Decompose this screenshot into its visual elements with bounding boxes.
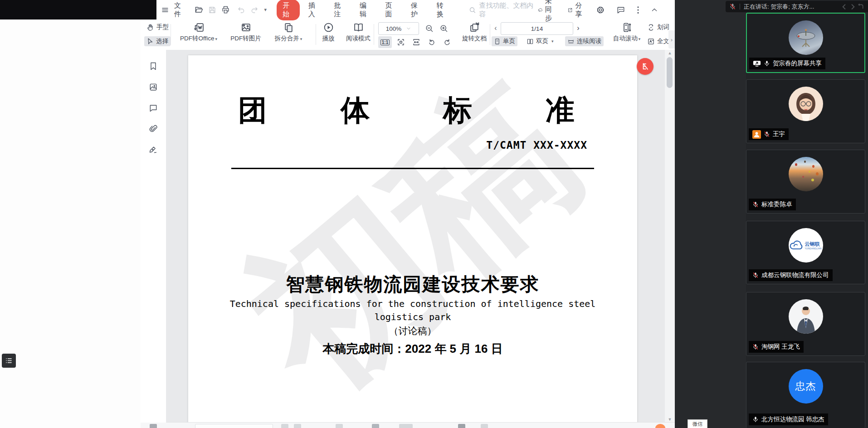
pdf-to-image-icon (240, 22, 252, 33)
return-arrow-icon[interactable] (857, 3, 864, 10)
fit-page-button[interactable] (395, 36, 407, 48)
avatar-initials-text: 忠杰 (795, 379, 816, 393)
statusbar-icon[interactable] (281, 424, 288, 428)
rotate-right-button[interactable] (441, 36, 454, 48)
tab-convert[interactable]: 转换 (431, 0, 454, 20)
save-button[interactable] (208, 6, 216, 14)
feedback-chat-icon[interactable] (616, 5, 625, 15)
wps-float-tool-badge[interactable] (637, 58, 653, 75)
book-icon (353, 22, 364, 33)
tab-page[interactable]: 页面 (380, 0, 403, 20)
draft-stage-label: （讨论稿） (188, 325, 637, 337)
page-number-input[interactable]: 1/14 (501, 22, 573, 35)
member-role-badge-icon (752, 130, 761, 139)
wechat-tooltip: 微信 (688, 419, 707, 428)
document-canvas: 初稿 团体 标准 T/CAMT XXX-XXXX 智慧钢铁物流园建设技术要求 T… (166, 50, 665, 423)
status-bar (141, 422, 675, 428)
participant-tile[interactable]: 贺宗春的屏幕共享 (746, 13, 865, 73)
statusbar-icon[interactable] (336, 424, 343, 428)
redo-button[interactable] (250, 6, 258, 14)
tab-annotate[interactable]: 批注 (328, 0, 351, 20)
standard-type-heading: 团体 标准 (238, 91, 575, 130)
participant-tile[interactable]: 忠杰 北方恒达物流园 韩忠杰 (746, 362, 865, 428)
ribbon-expander[interactable]: › (668, 30, 675, 49)
open-file-button[interactable] (195, 5, 203, 14)
continuous-reading-icon (567, 38, 575, 45)
tab-edit[interactable]: 编辑 (354, 0, 377, 20)
dropdown-caret-icon: ▾ (215, 37, 217, 41)
vertical-scrollbar[interactable]: ▲ ▼ (665, 50, 675, 423)
participant-tile[interactable]: 标准委陈卓 (746, 150, 865, 214)
double-page-button[interactable]: 双页▾ (524, 36, 556, 46)
fulltext-translate-button[interactable]: 全文 (645, 36, 672, 46)
tab-home[interactable]: 开始 (277, 0, 300, 20)
dropdown-caret-icon: ▾ (551, 39, 554, 44)
scroll-up-arrow[interactable]: ▲ (665, 51, 675, 55)
avatar-balloons-photo (789, 157, 823, 191)
statusbar-icon[interactable] (372, 424, 379, 428)
play-icon (323, 22, 334, 33)
file-menu[interactable]: 文件 (174, 1, 185, 19)
participant-tile[interactable]: 王宇 (746, 79, 865, 143)
prev-view-arrow-icon[interactable] (841, 3, 848, 10)
rotate-left-button[interactable] (425, 36, 438, 48)
bookmark-icon[interactable] (149, 62, 158, 71)
prev-page-button[interactable]: ‹ (492, 22, 500, 34)
settings-gear-icon[interactable] (596, 5, 605, 15)
split-merge-icon (283, 22, 294, 33)
hamburger-menu-icon[interactable] (161, 6, 169, 14)
mic-muted-icon (764, 131, 770, 138)
pdf-to-image-button[interactable]: PDF转图片 (222, 22, 269, 43)
next-view-arrow-icon[interactable] (849, 3, 856, 10)
avatar-company-logo: 云钢联 YUNGANGLIAN (789, 228, 823, 263)
zoom-in-button[interactable] (437, 22, 450, 34)
toolbar-more-caret-icon[interactable]: ▾ (264, 7, 267, 13)
dropdown-caret-icon: ▾ (300, 37, 302, 41)
menu-bar: 文件 ▾ 开始 插入 批注 编辑 页面 保护 转换 查找功能、文档内容 (141, 0, 675, 19)
scrollbar-thumb[interactable] (667, 57, 673, 88)
statusbar-icon[interactable] (481, 424, 488, 428)
signature-pen-icon[interactable] (149, 145, 158, 154)
statusbar-icon[interactable] (294, 424, 301, 428)
participant-tile[interactable]: 淘钢网 王龙飞 (746, 292, 865, 356)
more-kebab-icon[interactable] (637, 6, 639, 14)
zoom-level-select[interactable]: 100% (378, 22, 419, 35)
split-merge-button[interactable]: 拆分合并▾ (265, 22, 312, 43)
tab-insert[interactable]: 插入 (302, 0, 326, 20)
zoom-out-button[interactable] (423, 22, 435, 34)
logo-text: 云钢联 (805, 241, 821, 248)
collapse-ribbon-icon[interactable] (651, 6, 658, 14)
continuous-reading-button[interactable]: 连续阅读 (565, 36, 604, 46)
outline-toc-button[interactable] (2, 354, 16, 368)
actual-size-button[interactable]: 1:1 (378, 36, 392, 48)
search-input[interactable]: 查找功能、文档内容 (469, 1, 538, 19)
statusbar-icon[interactable] (458, 424, 465, 428)
comment-icon[interactable] (149, 103, 158, 112)
tab-protect[interactable]: 保护 (405, 0, 428, 20)
statusbar-input[interactable] (195, 424, 273, 428)
participant-tile[interactable]: 云钢联 YUNGANGLIAN 成都云钢联物流有限公司 (746, 221, 865, 284)
image-thumbnail-icon[interactable] (149, 83, 158, 92)
attachment-icon[interactable] (149, 124, 158, 133)
share-button[interactable]: 分享 (567, 1, 585, 19)
pdf-to-office-button[interactable]: PDF转Office▾ (175, 22, 222, 43)
print-button[interactable] (221, 5, 230, 14)
select-tool-button[interactable]: 选择 (144, 36, 171, 46)
single-page-button[interactable]: 单页 (492, 36, 517, 46)
rotate-document-icon (469, 22, 480, 33)
fit-width-button[interactable] (410, 36, 423, 48)
hand-tool-button[interactable]: 手型 (144, 22, 171, 32)
wps-logo-partial (655, 424, 665, 428)
participant-label: 贺宗春的屏幕共享 (749, 58, 825, 69)
statusbar-icon[interactable] (399, 424, 413, 428)
undo-button[interactable] (237, 6, 245, 14)
cloud-logo-icon (790, 240, 803, 251)
search-icon (469, 6, 476, 14)
word-translate-button[interactable]: 划词 (645, 22, 672, 32)
screen-share-icon (753, 60, 761, 67)
auto-scroll-button[interactable]: 自动滚动▾ (605, 22, 649, 43)
scroll-down-arrow[interactable]: ▼ (665, 417, 675, 422)
next-page-button[interactable]: › (574, 22, 582, 34)
statusbar-icon[interactable] (150, 424, 157, 428)
black-corner-region (0, 0, 156, 19)
